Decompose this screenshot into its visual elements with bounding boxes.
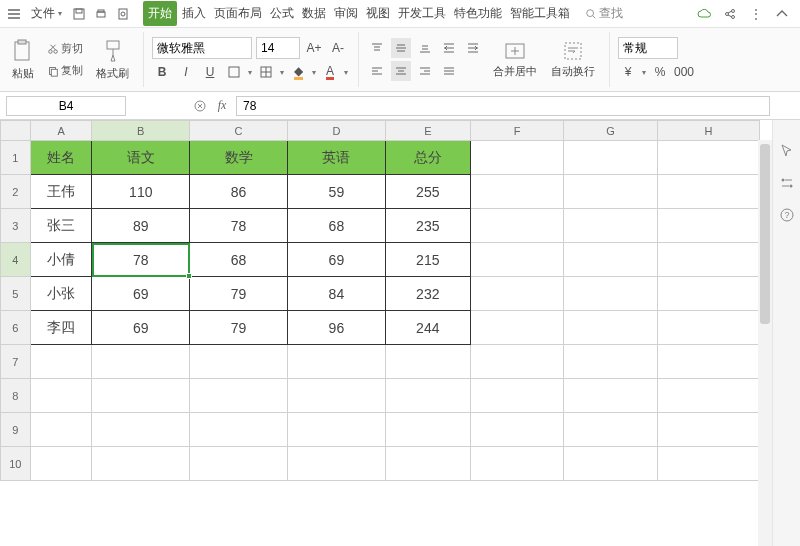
font-size-select[interactable] xyxy=(256,37,300,59)
tab-feature[interactable]: 特色功能 xyxy=(451,1,505,26)
number-format-select[interactable] xyxy=(618,37,678,59)
cancel-icon[interactable] xyxy=(192,98,208,114)
cell[interactable] xyxy=(564,209,658,243)
cell[interactable] xyxy=(30,379,92,413)
cell[interactable]: 王伟 xyxy=(30,175,92,209)
cell[interactable] xyxy=(470,175,564,209)
cell[interactable]: 68 xyxy=(190,243,288,277)
settings-icon[interactable] xyxy=(778,174,796,192)
cell[interactable] xyxy=(470,447,564,481)
cell[interactable]: 69 xyxy=(287,243,385,277)
formula-input[interactable] xyxy=(236,96,770,116)
cell[interactable] xyxy=(657,345,759,379)
cell[interactable]: 89 xyxy=(92,209,190,243)
row-header[interactable]: 3 xyxy=(1,209,31,243)
chevron-down-icon[interactable]: ▾ xyxy=(312,68,316,77)
col-header-F[interactable]: F xyxy=(470,121,564,141)
bold-button[interactable]: B xyxy=(152,62,172,82)
align-bottom-button[interactable] xyxy=(415,38,435,58)
currency-button[interactable]: ¥ xyxy=(618,62,638,82)
chevron-down-icon[interactable]: ▾ xyxy=(280,68,284,77)
collapse-icon[interactable] xyxy=(774,6,790,22)
fill-color-button[interactable]: ◆ xyxy=(288,62,308,82)
row-header[interactable]: 8 xyxy=(1,379,31,413)
fill-handle[interactable] xyxy=(186,273,192,279)
tab-insert[interactable]: 插入 xyxy=(179,1,209,26)
row-header[interactable]: 10 xyxy=(1,447,31,481)
tab-dev[interactable]: 开发工具 xyxy=(395,1,449,26)
col-header-H[interactable]: H xyxy=(657,121,759,141)
search-box[interactable]: 查找 xyxy=(585,5,623,22)
vertical-scrollbar[interactable] xyxy=(758,140,772,546)
cell[interactable] xyxy=(564,345,658,379)
font-color-button[interactable]: A xyxy=(320,62,340,82)
percent-button[interactable]: % xyxy=(650,62,670,82)
cell[interactable]: 110 xyxy=(92,175,190,209)
chevron-down-icon[interactable]: ▾ xyxy=(344,68,348,77)
format-painter-button[interactable]: 格式刷 xyxy=(92,36,133,83)
cell[interactable]: 79 xyxy=(190,277,288,311)
cell[interactable]: 96 xyxy=(287,311,385,345)
cell[interactable] xyxy=(30,447,92,481)
cell[interactable]: 张三 xyxy=(30,209,92,243)
help-icon[interactable]: ? xyxy=(778,206,796,224)
row-header[interactable]: 4 xyxy=(1,243,31,277)
cell[interactable] xyxy=(657,209,759,243)
col-header-B[interactable]: B xyxy=(92,121,190,141)
cell[interactable] xyxy=(190,345,288,379)
cell[interactable] xyxy=(657,277,759,311)
indent-dec-button[interactable] xyxy=(439,38,459,58)
cell[interactable] xyxy=(657,141,759,175)
cell[interactable]: 英语 xyxy=(287,141,385,175)
row-header[interactable]: 1 xyxy=(1,141,31,175)
cell[interactable] xyxy=(92,413,190,447)
cell[interactable] xyxy=(287,379,385,413)
cell[interactable]: 总分 xyxy=(385,141,470,175)
cell[interactable]: 78 xyxy=(190,209,288,243)
cell-style-button[interactable] xyxy=(256,62,276,82)
tab-smart[interactable]: 智能工具箱 xyxy=(507,1,573,26)
col-header-C[interactable]: C xyxy=(190,121,288,141)
tab-page-layout[interactable]: 页面布局 xyxy=(211,1,265,26)
cell[interactable]: 68 xyxy=(287,209,385,243)
cell[interactable] xyxy=(190,379,288,413)
cell[interactable] xyxy=(385,447,470,481)
align-top-button[interactable] xyxy=(367,38,387,58)
font-name-select[interactable] xyxy=(152,37,252,59)
cell[interactable]: 78 xyxy=(92,243,190,277)
cell[interactable]: 79 xyxy=(190,311,288,345)
cell[interactable]: 69 xyxy=(92,277,190,311)
cell[interactable] xyxy=(564,447,658,481)
col-header-A[interactable]: A xyxy=(30,121,92,141)
cell[interactable] xyxy=(92,379,190,413)
share-icon[interactable] xyxy=(722,6,738,22)
file-menu[interactable]: 文件 ▾ xyxy=(28,3,65,24)
chevron-down-icon[interactable]: ▾ xyxy=(642,68,646,77)
cell[interactable] xyxy=(470,277,564,311)
cell[interactable] xyxy=(470,413,564,447)
tab-formula[interactable]: 公式 xyxy=(267,1,297,26)
tab-data[interactable]: 数据 xyxy=(299,1,329,26)
cell[interactable]: 244 xyxy=(385,311,470,345)
fx-icon[interactable]: fx xyxy=(214,98,230,114)
chevron-down-icon[interactable]: ▾ xyxy=(248,68,252,77)
cell[interactable]: 59 xyxy=(287,175,385,209)
cell[interactable] xyxy=(385,413,470,447)
tab-review[interactable]: 审阅 xyxy=(331,1,361,26)
row-header[interactable]: 9 xyxy=(1,413,31,447)
cell[interactable] xyxy=(92,345,190,379)
row-header[interactable]: 7 xyxy=(1,345,31,379)
cell[interactable]: 235 xyxy=(385,209,470,243)
cell[interactable] xyxy=(564,243,658,277)
row-header[interactable]: 5 xyxy=(1,277,31,311)
cell[interactable]: 255 xyxy=(385,175,470,209)
cell[interactable] xyxy=(564,175,658,209)
cell[interactable] xyxy=(385,345,470,379)
cell[interactable] xyxy=(92,447,190,481)
name-box[interactable] xyxy=(6,96,126,116)
col-header-D[interactable]: D xyxy=(287,121,385,141)
cursor-icon[interactable] xyxy=(778,142,796,160)
cell[interactable] xyxy=(470,209,564,243)
cell[interactable]: 69 xyxy=(92,311,190,345)
cell[interactable] xyxy=(470,311,564,345)
